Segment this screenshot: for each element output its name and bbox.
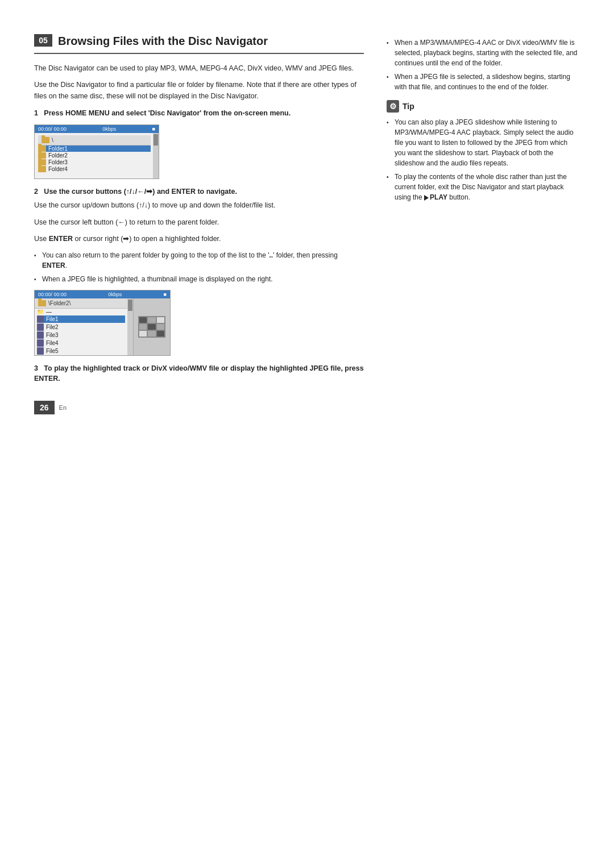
folder-row-3: Folder3 [38,159,151,165]
folder-row-1: Folder1 [38,146,151,152]
screenshot-2-path: \Folder2\ [35,298,127,309]
folder2-path-label: \Folder2\ [48,300,70,306]
file-row-2: File2 [37,323,125,331]
tc7 [139,331,147,337]
bullet-dot-2: • [34,275,42,284]
file4-icon [37,339,44,347]
right-bullet-dot-2: • [387,73,395,81]
screenshot-2-scrollbar [127,298,133,355]
left-column: 05 Browsing Files with the Disc Navigato… [34,34,364,414]
tc8 [148,331,155,337]
screenshot-1-header: 00:00/ 00:00 0kbps ■ [35,125,159,133]
chapter-header: 05 Browsing Files with the Disc Navigato… [34,34,364,54]
file-row-1: File1 [37,315,125,323]
bullet-item-2: • When a JPEG file is highlighted, a thu… [34,274,364,284]
page-lang: En [59,404,67,411]
screenshot-2-stop: ■ [164,292,167,297]
tc3 [157,317,164,323]
tip-bullet-1: • You can also play a JPEG slideshow whi… [387,117,580,168]
tip-label: Tip [403,102,414,111]
step-2-body1: Use the cursor up/down buttons (↑/↓) to … [34,200,364,211]
file1-label: File1 [46,316,59,322]
screenshot-2-list-area: \Folder2\ 📁 — File1 File2 [35,298,127,355]
screenshot-1-time: 00:00/ 00:00 [38,126,67,132]
screenshot-2-body: \Folder2\ 📁 — File1 File2 [35,298,170,355]
play-icon [424,195,429,201]
screenshot-1-bitrate: 0kbps [102,126,116,132]
folder2-label: Folder2 [48,152,68,159]
tip-bullet-2: • To play the contents of the whole disc… [387,172,580,202]
step-1-number: 1 Press HOME MENU and select 'Disc Navig… [34,109,291,117]
file1-icon [37,315,44,323]
right-column: • When a MP3/WMA/MPEG-4 AAC or DivX vide… [387,34,580,414]
screenshot-2-filelist: 📁 — File1 File2 File [35,309,127,355]
file3-icon [37,331,44,339]
file-row-5: File5 [37,347,125,355]
back-label: — [46,309,52,315]
bullet-text-1: You can also return to the parent folder… [42,250,364,271]
screenshot-2-time: 00:00/ 00:00 [38,292,67,297]
tip-heading: ⚙ Tip [387,100,580,113]
step-1-heading: 1 Press HOME MENU and select 'Disc Navig… [34,109,364,119]
step-2-body2: Use the cursor left button (←) to return… [34,217,364,228]
tip-bullet-dot-2: • [387,173,395,181]
tc4 [139,324,147,330]
tc2 [148,317,155,323]
step-2-bullets: • You can also return to the parent fold… [34,250,364,284]
scrollbar-thumb-2 [128,300,132,311]
file4-label: File4 [46,340,59,346]
file2-icon [37,323,44,331]
screenshot-2: 00:00/ 00:00 0kbps ■ \Folder2\ 📁 — [34,290,171,356]
page-number: 26 [34,401,55,414]
page-content: 05 Browsing Files with the Disc Navigato… [34,34,580,414]
thumbnail-area [133,298,170,355]
file3-label: File3 [46,332,59,338]
screenshot-1-scrollbar [153,133,159,178]
right-bullet-1: • When a MP3/WMA/MPEG-4 AAC or DivX vide… [387,38,580,68]
step-2-heading: 2 Use the cursor buttons (↑/↓/←/➡) and E… [34,187,364,197]
page-footer: 26 En [34,401,364,414]
screenshot-2-bitrate: 0kbps [108,292,122,297]
right-bullet-text-1: When a MP3/WMA/MPEG-4 AAC or DivX video/… [395,38,580,68]
right-bullet-2: • When a JPEG file is selected, a slides… [387,72,580,92]
intro-para1: The Disc Navigator can be used to play M… [34,63,364,74]
tip-bullet-text-2: To play the contents of the whole disc r… [395,172,580,202]
tc1 [139,317,147,323]
folder-row-2: Folder2 [38,152,151,159]
bullet-text-2: When a JPEG file is highlighted, a thumb… [42,274,364,284]
tc6 [157,324,164,330]
folder-row-4: Folder4 [38,166,151,172]
tip-gear-icon: ⚙ [387,100,399,113]
right-bullet-dot-1: • [387,39,395,47]
thumb-grid [139,317,164,337]
root-path-label: \ [52,137,53,143]
step-2-body3: Use ENTER or cursor right (➡) to open a … [34,234,364,244]
file5-label: File5 [46,348,59,354]
screenshot-2-header: 00:00/ 00:00 0kbps ■ [35,290,170,298]
scrollbar-thumb-1 [154,134,158,146]
file-row-3: File3 [37,331,125,339]
right-bullets-top: • When a MP3/WMA/MPEG-4 AAC or DivX vide… [387,38,580,92]
file-row-4: File4 [37,339,125,347]
folder1-label: Folder1 [48,146,68,152]
screenshot-1: 00:00/ 00:00 0kbps ■ \ Folder1 [34,124,159,179]
root-folder-icon [42,137,49,143]
file-row-back: 📁 — [37,309,125,315]
chapter-title: Browsing Files with the Disc Navigator [58,34,268,48]
folder2-path-icon [38,300,46,306]
tip-bullets: • You can also play a JPEG slideshow whi… [387,117,580,202]
chapter-badge: 05 [34,34,52,47]
tip-bullet-text-1: You can also play a JPEG slideshow while… [395,117,580,168]
bullet-item-1: • You can also return to the parent fold… [34,250,364,271]
file5-icon [37,347,44,355]
screenshot-1-path: \ [38,135,151,146]
back-icon: 📁 [37,309,44,315]
file2-label: File2 [46,324,59,330]
right-bullet-text-2: When a JPEG file is selected, a slidesho… [395,72,580,92]
tip-bullet-dot-1: • [387,118,395,127]
tc5 [148,324,155,330]
folder4-icon [38,166,46,172]
screenshot-1-stop: ■ [152,126,155,132]
thumbnail-image [138,316,165,338]
folder4-label: Folder4 [48,166,68,172]
